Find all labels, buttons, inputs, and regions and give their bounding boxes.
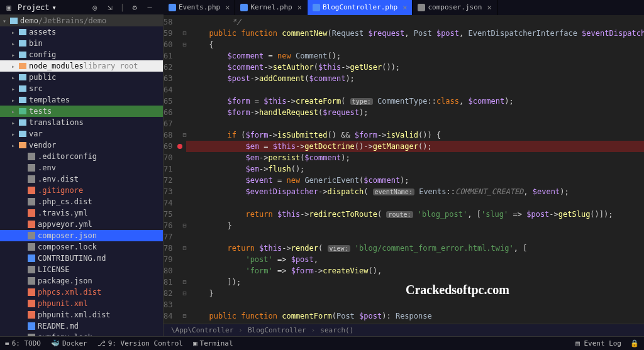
code-line[interactable] — [186, 84, 644, 96]
code-line[interactable]: public function commentNew(Request $requ… — [186, 28, 644, 39]
tree-item-label: src — [29, 84, 43, 93]
breadcrumb-segment[interactable]: search() — [320, 326, 353, 334]
code-line[interactable]: } — [186, 288, 644, 299]
code-line[interactable]: return $this->redirectToRoute( route: 'b… — [186, 209, 644, 220]
tab-label: composer.json — [428, 3, 482, 11]
tree-file-phpcs-xml-dist[interactable]: phpcs.xml.dist — [0, 287, 163, 298]
status-terminal[interactable]: ▣ Terminal — [193, 339, 233, 347]
tree-item-label: .editorconfig — [38, 152, 97, 161]
tree-folder-public[interactable]: ▸public — [0, 72, 163, 83]
tree-file-composer-lock[interactable]: composer.lock — [0, 241, 163, 253]
tree-file--editorconfig[interactable]: .editorconfig — [0, 151, 163, 162]
code-line[interactable] — [186, 197, 644, 209]
file-icon — [28, 198, 35, 205]
tab-kernel-php[interactable]: Kernel.php× — [235, 0, 307, 15]
tree-file-composer-json[interactable]: composer.json — [0, 230, 163, 241]
code-line[interactable] — [186, 299, 644, 310]
tree-folder-assets[interactable]: ▸assets — [0, 26, 163, 38]
code-line[interactable]: public function commentForm(Post $post):… — [186, 310, 644, 322]
status-vcs[interactable]: ⎇ 9: Version Control — [97, 339, 183, 347]
code-line[interactable]: 'post' => $post, — [186, 254, 644, 265]
target-icon[interactable]: ◎ — [90, 3, 100, 13]
code-line[interactable]: } — [186, 220, 644, 231]
tree-item-label: .env.dist — [38, 175, 79, 183]
tree-item-label: README.md — [38, 322, 79, 331]
tree-file--env[interactable]: .env — [0, 162, 163, 173]
breakpoint-gutter[interactable] — [177, 15, 182, 324]
tree-file-contributing-md[interactable]: CONTRIBUTING.md — [0, 253, 163, 264]
tree-folder-var[interactable]: ▸var — [0, 128, 163, 139]
code-line[interactable]: $em->persist($comment); — [186, 152, 644, 163]
breadcrumb-segment[interactable]: BlogController — [248, 326, 306, 334]
code-line[interactable] — [186, 118, 644, 129]
tree-folder-src[interactable]: ▸src — [0, 83, 163, 94]
lock-icon[interactable]: 🔒 — [630, 339, 639, 347]
tree-file--php_cs-dist[interactable]: .php_cs.dist — [0, 196, 163, 207]
tree-file--env-dist[interactable]: .env.dist — [0, 173, 163, 185]
code-line[interactable]: if ($form->isSubmitted() && $form->isVal… — [186, 129, 644, 141]
tree-file-phpunit-xml-dist[interactable]: phpunit.xml.dist — [0, 309, 163, 320]
code-line[interactable]: $post->addComment($comment); — [186, 73, 644, 84]
code-line[interactable]: return $this->render( view: 'blog/commen… — [186, 243, 644, 254]
editor-breadcrumbs[interactable]: \App\Controller›BlogController›search() — [164, 324, 644, 336]
tree-file--travis-yml[interactable]: .travis.yml — [0, 207, 163, 219]
expand-icon[interactable]: ⇲ — [105, 3, 115, 13]
folder-icon — [19, 63, 26, 69]
tree-folder-node_modules[interactable]: ▸node_modules library root — [0, 60, 163, 72]
status-docker[interactable]: 🐳 Docker — [51, 339, 87, 347]
tree-item-label: config — [29, 50, 56, 59]
gear-icon[interactable]: ⚙ — [130, 3, 140, 13]
breadcrumb-segment[interactable]: \App\Controller — [171, 326, 233, 334]
code-content[interactable]: */ public function commentNew(Request $r… — [186, 15, 644, 324]
code-line[interactable]: $em->flush(); — [186, 163, 644, 175]
tab-composer-json[interactable]: composer.json× — [413, 0, 497, 15]
code-line[interactable]: */ — [186, 16, 644, 28]
tab-blogcontroller-php[interactable]: BlogController.php× — [308, 0, 413, 15]
tree-file-package-json[interactable]: package.json — [0, 275, 163, 287]
close-icon[interactable]: × — [297, 3, 302, 12]
tree-file-readme-md[interactable]: README.md — [0, 320, 163, 332]
tree-folder-templates[interactable]: ▸templates — [0, 94, 163, 106]
tree-folder-tests[interactable]: ▸tests — [0, 106, 163, 117]
project-dropdown[interactable]: Project ▾ — [18, 3, 57, 12]
tree-item-label: .php_cs.dist — [38, 197, 92, 206]
tree-file-phpunit-xml[interactable]: phpunit.xml — [0, 298, 163, 309]
breakpoint-marker[interactable] — [177, 144, 182, 149]
close-icon[interactable]: × — [402, 3, 407, 12]
code-line[interactable]: $event = new GenericEvent($comment); — [186, 175, 644, 186]
code-line[interactable]: $form->handleRequest($request); — [186, 107, 644, 118]
code-line[interactable]: $comment->setAuthor($this->getUser()); — [186, 62, 644, 73]
tree-item-label: assets — [29, 28, 56, 36]
tree-file-demo[interactable]: ▾demo /JetBrains/demo — [0, 15, 163, 26]
file-icon — [28, 175, 35, 183]
code-line[interactable]: $comment = new Comment(); — [186, 50, 644, 62]
close-icon[interactable]: × — [225, 3, 230, 12]
tree-file--gitignore[interactable]: .gitignore — [0, 185, 163, 196]
code-line[interactable]: $em = $this->getDoctrine()->getManager()… — [186, 141, 644, 152]
code-line[interactable]: ]); — [186, 276, 644, 288]
status-todo[interactable]: ≡ 6: TODO — [5, 339, 41, 347]
status-eventlog[interactable]: ▤ Event Log — [575, 339, 621, 347]
tab-label: BlogController.php — [323, 3, 397, 11]
tab-events-php[interactable]: Events.php× — [164, 0, 235, 15]
chevron-down-icon: ▾ — [52, 3, 57, 12]
tree-folder-config[interactable]: ▸config — [0, 49, 163, 60]
tree-file-license[interactable]: LICENSE — [0, 264, 163, 275]
tree-file-appveyor-yml[interactable]: appveyor.yml — [0, 219, 163, 230]
hide-icon[interactable]: — — [145, 3, 155, 13]
tree-folder-translations[interactable]: ▸translations — [0, 117, 163, 128]
code-line[interactable]: $form = $this->createForm( type: Comment… — [186, 96, 644, 107]
folder-icon — [19, 119, 26, 126]
tree-file-symfony-lock[interactable]: symfony.lock — [0, 332, 163, 336]
tree-item-label: LICENSE — [38, 265, 70, 274]
project-tree[interactable]: ▾demo /JetBrains/demo▸assets▸bin▸config▸… — [0, 15, 164, 336]
code-line[interactable]: $eventDispatcher->dispatch( eventName: E… — [186, 186, 644, 197]
code-line[interactable]: 'form' => $form->createView(), — [186, 265, 644, 276]
code-line[interactable] — [186, 231, 644, 243]
file-icon — [28, 266, 35, 273]
tree-folder-bin[interactable]: ▸bin — [0, 38, 163, 49]
code-line[interactable]: { — [186, 39, 644, 50]
code-editor[interactable]: 5859606162636465666768697071727374757677… — [164, 15, 644, 324]
close-icon[interactable]: × — [487, 3, 491, 12]
tree-folder-vendor[interactable]: ▸vendor — [0, 139, 163, 151]
